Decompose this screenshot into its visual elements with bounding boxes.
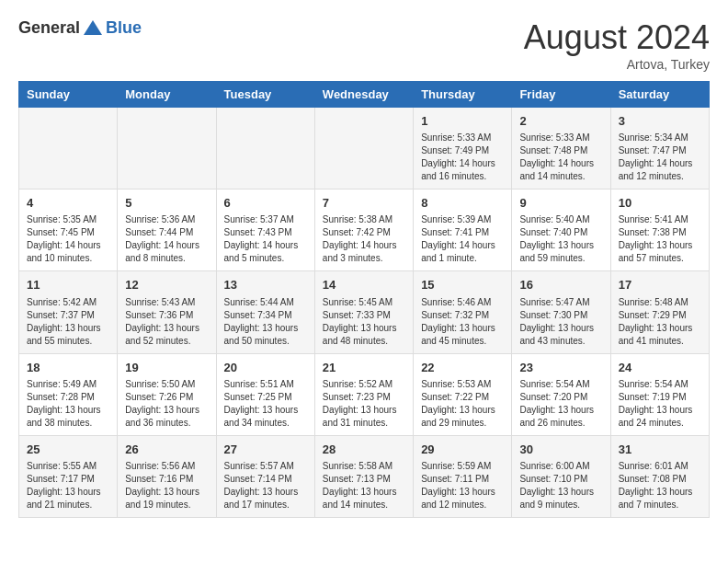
calendar-week-row: 11Sunrise: 5:42 AM Sunset: 7:37 PM Dayli… xyxy=(19,271,710,353)
calendar-cell xyxy=(19,108,118,190)
cell-content: Sunrise: 6:01 AM Sunset: 7:08 PM Dayligh… xyxy=(619,460,701,511)
logo-blue-text: Blue xyxy=(106,18,142,38)
calendar-cell: 12Sunrise: 5:43 AM Sunset: 7:36 PM Dayli… xyxy=(118,271,216,353)
cell-content: Sunrise: 5:56 AM Sunset: 7:16 PM Dayligh… xyxy=(125,460,208,511)
cell-content: Sunrise: 5:59 AM Sunset: 7:11 PM Dayligh… xyxy=(421,460,504,511)
calendar-cell: 27Sunrise: 5:57 AM Sunset: 7:14 PM Dayli… xyxy=(216,435,314,517)
day-number: 30 xyxy=(519,442,602,458)
cell-content: Sunrise: 5:41 AM Sunset: 7:38 PM Dayligh… xyxy=(619,213,701,265)
calendar-week-row: 18Sunrise: 5:49 AM Sunset: 7:28 PM Dayli… xyxy=(19,353,710,435)
weekday-header-row: SundayMondayTuesdayWednesdayThursdayFrid… xyxy=(19,82,710,108)
calendar-week-row: 4Sunrise: 5:35 AM Sunset: 7:45 PM Daylig… xyxy=(19,190,710,271)
cell-content: Sunrise: 5:53 AM Sunset: 7:22 PM Dayligh… xyxy=(421,378,504,430)
calendar-table: SundayMondayTuesdayWednesdayThursdayFrid… xyxy=(18,81,710,518)
day-number: 10 xyxy=(619,195,701,212)
day-number: 13 xyxy=(224,277,307,293)
day-number: 4 xyxy=(27,195,109,212)
calendar-cell: 26Sunrise: 5:56 AM Sunset: 7:16 PM Dayli… xyxy=(118,435,216,517)
calendar-cell: 30Sunrise: 6:00 AM Sunset: 7:10 PM Dayli… xyxy=(512,435,610,517)
calendar-cell: 19Sunrise: 5:50 AM Sunset: 7:26 PM Dayli… xyxy=(118,353,216,435)
day-number: 8 xyxy=(421,195,504,212)
day-number: 7 xyxy=(323,195,405,212)
calendar-cell: 23Sunrise: 5:54 AM Sunset: 7:20 PM Dayli… xyxy=(512,353,610,435)
day-number: 25 xyxy=(27,442,109,458)
cell-content: Sunrise: 5:54 AM Sunset: 7:20 PM Dayligh… xyxy=(519,378,602,430)
calendar-cell: 1Sunrise: 5:33 AM Sunset: 7:49 PM Daylig… xyxy=(414,108,512,190)
logo-general-text: General xyxy=(18,18,80,38)
day-number: 24 xyxy=(619,360,701,376)
calendar-cell: 14Sunrise: 5:45 AM Sunset: 7:33 PM Dayli… xyxy=(314,271,413,353)
cell-content: Sunrise: 5:34 AM Sunset: 7:47 PM Dayligh… xyxy=(619,132,701,183)
cell-content: Sunrise: 6:00 AM Sunset: 7:10 PM Dayligh… xyxy=(519,460,602,511)
calendar-cell: 29Sunrise: 5:59 AM Sunset: 7:11 PM Dayli… xyxy=(414,435,512,517)
location-subtitle: Artova, Turkey xyxy=(524,57,710,72)
day-number: 20 xyxy=(224,360,307,376)
logo-icon xyxy=(84,20,102,35)
day-number: 17 xyxy=(619,277,701,293)
weekday-header-tuesday: Tuesday xyxy=(216,82,314,108)
cell-content: Sunrise: 5:48 AM Sunset: 7:29 PM Dayligh… xyxy=(619,296,701,348)
cell-content: Sunrise: 5:44 AM Sunset: 7:34 PM Dayligh… xyxy=(224,296,307,348)
cell-content: Sunrise: 5:45 AM Sunset: 7:33 PM Dayligh… xyxy=(323,296,405,348)
calendar-cell: 6Sunrise: 5:37 AM Sunset: 7:43 PM Daylig… xyxy=(216,190,314,271)
calendar-cell: 10Sunrise: 5:41 AM Sunset: 7:38 PM Dayli… xyxy=(610,190,709,271)
day-number: 14 xyxy=(323,277,405,293)
calendar-cell: 2Sunrise: 5:33 AM Sunset: 7:48 PM Daylig… xyxy=(512,108,610,190)
cell-content: Sunrise: 5:46 AM Sunset: 7:32 PM Dayligh… xyxy=(421,296,504,348)
calendar-cell: 21Sunrise: 5:52 AM Sunset: 7:23 PM Dayli… xyxy=(314,353,413,435)
weekday-header-wednesday: Wednesday xyxy=(314,82,413,108)
cell-content: Sunrise: 5:36 AM Sunset: 7:44 PM Dayligh… xyxy=(125,213,208,265)
day-number: 22 xyxy=(421,360,504,376)
day-number: 1 xyxy=(421,113,504,130)
day-number: 6 xyxy=(224,195,307,212)
month-year-title: August 2024 xyxy=(524,18,710,57)
calendar-cell: 18Sunrise: 5:49 AM Sunset: 7:28 PM Dayli… xyxy=(19,353,118,435)
calendar-week-row: 1Sunrise: 5:33 AM Sunset: 7:49 PM Daylig… xyxy=(19,108,710,190)
calendar-cell: 16Sunrise: 5:47 AM Sunset: 7:30 PM Dayli… xyxy=(512,271,610,353)
day-number: 16 xyxy=(519,277,602,293)
calendar-week-row: 25Sunrise: 5:55 AM Sunset: 7:17 PM Dayli… xyxy=(19,435,710,517)
calendar-cell: 7Sunrise: 5:38 AM Sunset: 7:42 PM Daylig… xyxy=(314,190,413,271)
day-number: 18 xyxy=(27,360,109,376)
day-number: 15 xyxy=(421,277,504,293)
calendar-cell: 11Sunrise: 5:42 AM Sunset: 7:37 PM Dayli… xyxy=(19,271,118,353)
logo: General Blue xyxy=(18,18,142,38)
calendar-cell: 17Sunrise: 5:48 AM Sunset: 7:29 PM Dayli… xyxy=(610,271,709,353)
cell-content: Sunrise: 5:54 AM Sunset: 7:19 PM Dayligh… xyxy=(619,378,701,430)
calendar-cell: 5Sunrise: 5:36 AM Sunset: 7:44 PM Daylig… xyxy=(118,190,216,271)
cell-content: Sunrise: 5:51 AM Sunset: 7:25 PM Dayligh… xyxy=(224,378,307,430)
calendar-cell xyxy=(216,108,314,190)
cell-content: Sunrise: 5:40 AM Sunset: 7:40 PM Dayligh… xyxy=(519,213,602,265)
cell-content: Sunrise: 5:33 AM Sunset: 7:49 PM Dayligh… xyxy=(421,132,504,183)
day-number: 5 xyxy=(125,195,208,212)
cell-content: Sunrise: 5:55 AM Sunset: 7:17 PM Dayligh… xyxy=(27,460,109,511)
weekday-header-monday: Monday xyxy=(118,82,216,108)
day-number: 27 xyxy=(224,442,307,458)
calendar-cell: 4Sunrise: 5:35 AM Sunset: 7:45 PM Daylig… xyxy=(19,190,118,271)
title-area: August 2024 Artova, Turkey xyxy=(524,18,710,72)
day-number: 23 xyxy=(519,360,602,376)
day-number: 28 xyxy=(323,442,405,458)
day-number: 3 xyxy=(619,113,701,130)
cell-content: Sunrise: 5:47 AM Sunset: 7:30 PM Dayligh… xyxy=(519,296,602,348)
weekday-header-friday: Friday xyxy=(512,82,610,108)
cell-content: Sunrise: 5:57 AM Sunset: 7:14 PM Dayligh… xyxy=(224,460,307,511)
cell-content: Sunrise: 5:33 AM Sunset: 7:48 PM Dayligh… xyxy=(519,132,602,183)
calendar-cell: 15Sunrise: 5:46 AM Sunset: 7:32 PM Dayli… xyxy=(414,271,512,353)
cell-content: Sunrise: 5:49 AM Sunset: 7:28 PM Dayligh… xyxy=(27,378,109,430)
calendar-cell: 28Sunrise: 5:58 AM Sunset: 7:13 PM Dayli… xyxy=(314,435,413,517)
calendar-cell: 25Sunrise: 5:55 AM Sunset: 7:17 PM Dayli… xyxy=(19,435,118,517)
day-number: 31 xyxy=(619,442,701,458)
calendar-cell: 8Sunrise: 5:39 AM Sunset: 7:41 PM Daylig… xyxy=(414,190,512,271)
day-number: 11 xyxy=(27,277,109,293)
cell-content: Sunrise: 5:43 AM Sunset: 7:36 PM Dayligh… xyxy=(125,296,208,348)
calendar-cell: 31Sunrise: 6:01 AM Sunset: 7:08 PM Dayli… xyxy=(610,435,709,517)
day-number: 19 xyxy=(125,360,208,376)
cell-content: Sunrise: 5:42 AM Sunset: 7:37 PM Dayligh… xyxy=(27,296,109,348)
svg-marker-0 xyxy=(84,20,102,35)
cell-content: Sunrise: 5:52 AM Sunset: 7:23 PM Dayligh… xyxy=(323,378,405,430)
calendar-cell: 20Sunrise: 5:51 AM Sunset: 7:25 PM Dayli… xyxy=(216,353,314,435)
day-number: 9 xyxy=(519,195,602,212)
cell-content: Sunrise: 5:38 AM Sunset: 7:42 PM Dayligh… xyxy=(323,213,405,265)
day-number: 29 xyxy=(421,442,504,458)
